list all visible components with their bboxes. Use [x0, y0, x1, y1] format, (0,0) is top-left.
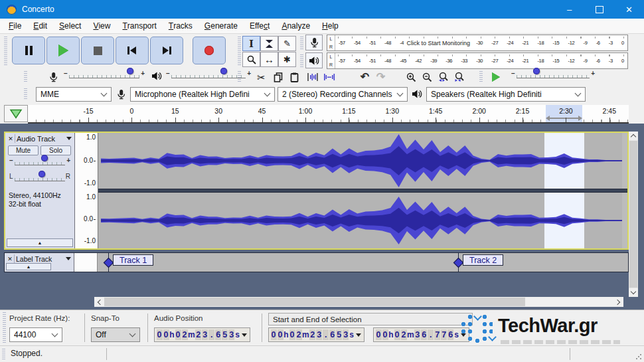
- time-field-char[interactable]: s: [454, 330, 459, 339]
- toolbar-grip[interactable]: [24, 71, 27, 83]
- waveform-channel-right[interactable]: [98, 193, 627, 248]
- minimize-button[interactable]: –: [554, 0, 584, 19]
- time-field-caret-icon[interactable]: [242, 333, 247, 337]
- playback-meter-speaker-button[interactable]: [305, 52, 323, 68]
- time-field-char[interactable]: .: [428, 329, 434, 340]
- playback-meter[interactable]: LR -57-54-51-48-45-42-39-36-33-30-27-24-…: [327, 52, 628, 69]
- skip-to-end-button[interactable]: [150, 37, 183, 64]
- menu-generate[interactable]: Generate: [199, 19, 244, 33]
- playback-device-dropdown[interactable]: Speakers (Realtek High Definiti: [426, 87, 586, 102]
- close-button[interactable]: ✕: [614, 0, 644, 19]
- time-field-char[interactable]: s: [349, 330, 355, 339]
- cut-button[interactable]: ✂: [254, 70, 269, 84]
- waveform-channel-left[interactable]: [98, 133, 627, 189]
- time-shift-tool-button[interactable]: ↔: [260, 52, 278, 67]
- scroll-down-button[interactable]: [629, 288, 638, 297]
- zoom-in-button[interactable]: [404, 70, 419, 84]
- time-field-char[interactable]: 0: [175, 329, 181, 340]
- time-field-char[interactable]: 0: [289, 329, 295, 340]
- time-field-char[interactable]: 0: [163, 329, 169, 340]
- label-track-title-menu[interactable]: Label Track: [16, 254, 72, 263]
- time-field-char[interactable]: .: [323, 329, 329, 340]
- pinned-playhead-button[interactable]: [4, 105, 28, 122]
- zoom-fit-button[interactable]: [451, 70, 467, 84]
- ruler-scale[interactable]: -1501530451:001:151:301:452:002:152:302:…: [28, 105, 629, 124]
- stop-button[interactable]: [81, 37, 114, 64]
- time-field-char[interactable]: 7: [434, 329, 440, 340]
- draw-tool-button[interactable]: ✎: [278, 36, 296, 51]
- toolbar-grip[interactable]: [2, 349, 5, 359]
- time-field-char[interactable]: m: [302, 330, 309, 339]
- vertical-scale-ruler[interactable]: 1.0 0.0 -1.0 1.0 0.0 -1.0: [75, 133, 98, 248]
- play-speed-slider-thumb[interactable]: [533, 68, 540, 74]
- waveform-area[interactable]: [98, 133, 627, 248]
- time-field-char[interactable]: 2: [296, 329, 302, 340]
- toolbar-grip[interactable]: [238, 37, 241, 66]
- resize-grip[interactable]: [635, 353, 642, 360]
- toolbar-grip[interactable]: [4, 37, 7, 66]
- menu-file[interactable]: File: [3, 19, 27, 33]
- playback-volume-slider-thumb[interactable]: [220, 68, 227, 74]
- snap-to-dropdown[interactable]: Off: [91, 327, 140, 342]
- menu-effect[interactable]: Effect: [244, 19, 276, 33]
- label-flag[interactable]: Track 2: [463, 254, 503, 266]
- scroll-up-button[interactable]: [629, 132, 638, 140]
- audio-track-title-menu[interactable]: Audio Track: [17, 134, 73, 143]
- copy-button[interactable]: [270, 70, 285, 84]
- close-track-button[interactable]: ✕: [6, 254, 15, 263]
- toolbar-grip[interactable]: [238, 71, 241, 83]
- time-field-char[interactable]: m: [407, 330, 414, 339]
- time-field-char[interactable]: 2: [182, 329, 188, 340]
- time-field-char[interactable]: 6: [215, 329, 221, 340]
- time-field-char[interactable]: 7: [441, 329, 447, 340]
- time-field-char[interactable]: 3: [316, 329, 322, 340]
- time-field-char[interactable]: 5: [336, 329, 342, 340]
- redo-button[interactable]: ↷: [373, 70, 388, 84]
- time-field-char[interactable]: 0: [271, 329, 277, 340]
- collapse-track-button[interactable]: ▲: [6, 263, 51, 270]
- pan-slider[interactable]: LR: [9, 174, 70, 186]
- time-field-char[interactable]: .: [208, 329, 214, 340]
- recording-device-dropdown[interactable]: Microphone (Realtek High Defini: [130, 87, 275, 102]
- audio-position-field[interactable]: 00h02m23.653s: [154, 327, 250, 342]
- menu-view[interactable]: View: [87, 19, 116, 33]
- time-field-char[interactable]: m: [188, 330, 195, 339]
- label-flag[interactable]: Track 1: [113, 254, 153, 266]
- recording-volume-slider[interactable]: –+: [64, 71, 145, 83]
- time-field-char[interactable]: h: [388, 330, 394, 339]
- multi-tool-button[interactable]: ✱: [278, 52, 296, 67]
- time-field-char[interactable]: s: [235, 330, 240, 339]
- toolbar-grip[interactable]: [300, 54, 303, 68]
- track-workspace[interactable]: ✕ Audio Track Mute Solo –+ LR Stereo, 44…: [0, 124, 644, 310]
- undo-button[interactable]: ↶: [357, 70, 372, 84]
- time-field-char[interactable]: 2: [309, 329, 315, 340]
- time-field-char[interactable]: 2: [401, 329, 407, 340]
- menu-analyze[interactable]: Analyze: [276, 19, 316, 33]
- zoom-tool-button[interactable]: [242, 52, 260, 67]
- solo-button[interactable]: Solo: [40, 145, 71, 155]
- trim-audio-button[interactable]: [305, 70, 320, 84]
- label-track[interactable]: ✕ Label Track ▲ Track 1Track 2: [4, 252, 629, 272]
- gain-slider[interactable]: –+: [9, 158, 70, 170]
- time-field-char[interactable]: 0: [376, 329, 382, 340]
- time-field-char[interactable]: 6: [421, 329, 427, 340]
- maximize-button[interactable]: [584, 0, 614, 19]
- monitoring-overlay[interactable]: Click to Start Monitoring: [404, 40, 473, 46]
- recording-meter-mic-button[interactable]: [305, 35, 323, 50]
- mute-button[interactable]: Mute: [8, 145, 39, 155]
- audio-host-dropdown[interactable]: MME: [36, 87, 112, 102]
- time-field-char[interactable]: 0: [157, 329, 163, 340]
- toolbar-grip[interactable]: [479, 71, 483, 83]
- collapse-track-button[interactable]: ▲: [7, 238, 73, 247]
- time-field-char[interactable]: 3: [414, 329, 420, 340]
- silence-audio-button[interactable]: [321, 70, 337, 84]
- paste-button[interactable]: [287, 70, 302, 84]
- play-at-speed-button[interactable]: [487, 70, 505, 84]
- label-marker-handle[interactable]: [453, 258, 464, 268]
- time-field-char[interactable]: 6: [329, 329, 335, 340]
- scroll-right-button[interactable]: [613, 297, 623, 307]
- project-rate-dropdown[interactable]: 44100: [9, 327, 62, 342]
- horizontal-scroll-thumb[interactable]: [104, 298, 525, 306]
- gain-slider-thumb[interactable]: [41, 155, 48, 161]
- selection-start-field[interactable]: 00h02m23.653s: [268, 327, 364, 342]
